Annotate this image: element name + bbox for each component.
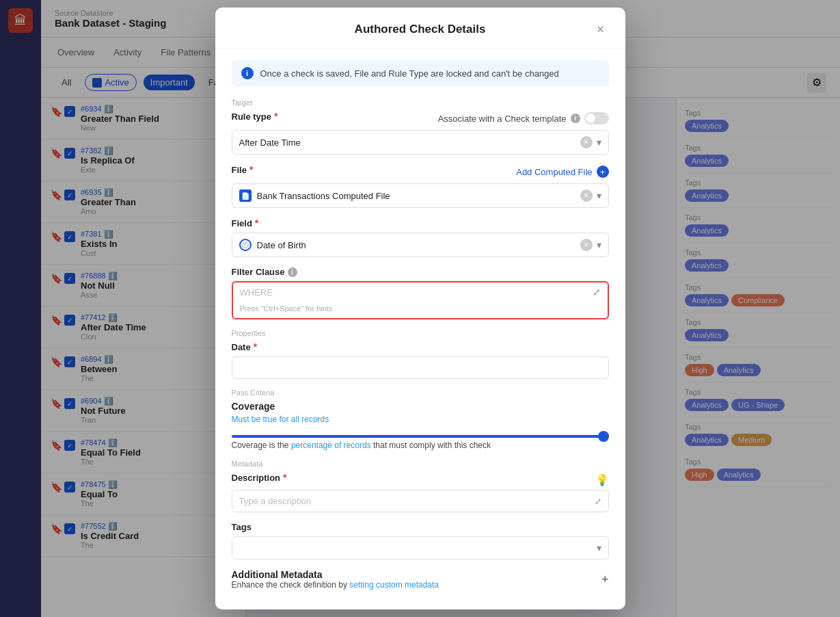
rule-type-row: Rule type * Associate with a Check templ… xyxy=(232,111,609,126)
field-select[interactable]: 🕐 Date of Birth × ▾ xyxy=(232,233,609,257)
info-icon: i xyxy=(241,67,254,79)
modal-body: i Once a check is saved, File and Rule T… xyxy=(215,49,625,609)
date-label: Date * xyxy=(232,341,609,352)
info-banner: i Once a check is saved, File and Rule T… xyxy=(232,60,609,86)
expand-description-icon[interactable]: ⤢ xyxy=(595,497,601,506)
rule-type-label: Rule type * xyxy=(232,111,278,122)
plus-icon[interactable]: + xyxy=(601,573,609,587)
filter-clause-input[interactable]: WHERE ⤢ xyxy=(233,283,608,302)
modal-overlay: Authored Check Details × i Once a check … xyxy=(0,0,840,617)
clear-field-button[interactable]: × xyxy=(580,239,593,251)
field-label: Field * xyxy=(232,218,609,228)
modal-header: Authored Check Details × xyxy=(215,8,625,49)
rule-type-select[interactable]: After Date Time × ▾ xyxy=(232,130,609,155)
modal-title: Authored Check Details xyxy=(248,23,593,36)
coverage-note: Coverage is the percentage of records th… xyxy=(232,441,609,450)
pass-criteria-label: Pass Criteria xyxy=(232,389,609,397)
chevron-down-icon: ▾ xyxy=(597,190,601,201)
chevron-down-icon: ▾ xyxy=(597,542,601,553)
tags-select[interactable]: ▾ xyxy=(232,536,609,560)
filter-hint: Press "Ctrl+Space" for hints xyxy=(233,302,608,318)
associate-toggle[interactable] xyxy=(584,112,609,124)
associate-label: Associate with a Check template i xyxy=(438,112,609,124)
close-button[interactable]: × xyxy=(593,21,609,38)
coverage-desc: Must be true for all records xyxy=(232,415,609,424)
clear-rule-button[interactable]: × xyxy=(580,136,593,148)
filter-clause-label: Filter Clause i xyxy=(232,267,609,277)
additional-metadata: Additional Metadata Enhance the check de… xyxy=(232,569,609,590)
file-icon: 📄 xyxy=(239,189,252,202)
modal: Authored Check Details × i Once a check … xyxy=(215,8,625,609)
lightbulb-icon: 💡 xyxy=(595,473,609,486)
desc-row: Description * 💡 xyxy=(232,472,609,487)
metadata-label: Metadata xyxy=(232,460,609,468)
file-select[interactable]: 📄 Bank Transactions Computed File × ▾ xyxy=(232,183,609,208)
info-icon-small: i xyxy=(571,114,580,123)
expand-icon[interactable]: ⤢ xyxy=(593,287,601,298)
clock-icon: 🕐 xyxy=(239,239,252,251)
add-computed-file-button[interactable]: Add Computed File + xyxy=(516,166,608,178)
target-section-label: Target xyxy=(232,99,609,107)
properties-label: Properties xyxy=(232,329,609,337)
clear-file-button[interactable]: × xyxy=(580,189,593,202)
file-label: File * xyxy=(232,164,254,175)
file-row: File * Add Computed File + xyxy=(232,164,609,179)
date-input[interactable] xyxy=(232,356,609,379)
info-icon-filter: i xyxy=(288,267,297,277)
add-icon: + xyxy=(597,166,609,178)
description-label: Description * xyxy=(232,472,287,483)
chevron-down-icon: ▾ xyxy=(597,137,601,148)
tags-label: Tags xyxy=(232,522,609,532)
description-input[interactable]: Type a description ⤢ xyxy=(232,490,609,512)
coverage-slider[interactable] xyxy=(232,435,609,438)
coverage-label: Coverage xyxy=(232,401,609,412)
additional-metadata-title: Additional Metadata xyxy=(232,569,439,580)
filter-clause-box: WHERE ⤢ Press "Ctrl+Space" for hints xyxy=(232,281,609,319)
chevron-down-icon: ▾ xyxy=(597,239,601,250)
